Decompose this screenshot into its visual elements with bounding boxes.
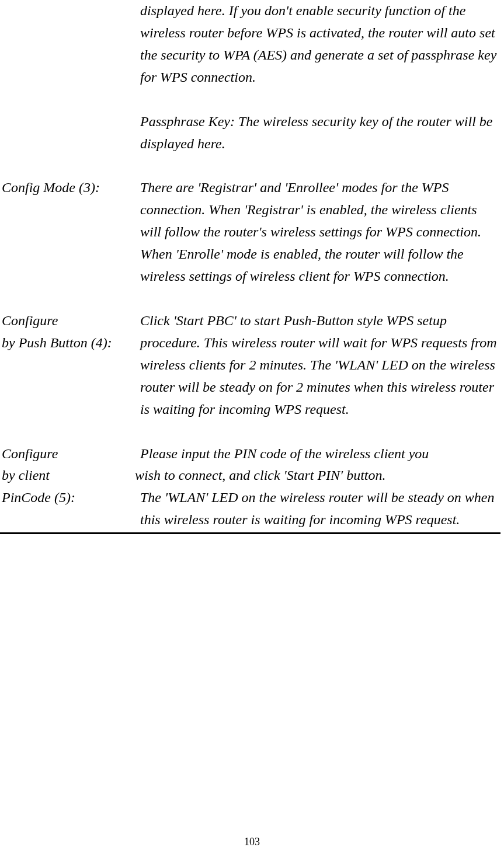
config-mode-label: Config Mode (3): — [2, 180, 100, 195]
horizontal-rule — [0, 532, 500, 534]
configure-push-button-desc: Click 'Start PBC' to start Push-Button s… — [140, 313, 497, 417]
page-number: 103 — [0, 836, 504, 848]
configure-by-client-label-2: by client — [2, 465, 140, 487]
configure-push-button-label-1: Configure — [2, 310, 140, 332]
configure-by-client-desc-1: Please input the PIN code of the wireles… — [140, 443, 500, 465]
section1-desc-part1: displayed here. If you don't enable secu… — [140, 3, 496, 85]
configure-by-client-desc-2: wish to connect, and click 'Start PIN' b… — [135, 465, 500, 487]
configure-by-client-label-3: PinCode (5): — [2, 487, 140, 509]
config-mode-desc: There are 'Registrar' and 'Enrollee' mod… — [140, 180, 481, 284]
section1-desc-part2: Passphrase Key: The wireless security ke… — [140, 114, 492, 151]
configure-push-button-label-2: by Push Button (4): — [2, 332, 140, 354]
configure-by-client-desc-rest: The 'WLAN' LED on the wireless router wi… — [140, 487, 500, 531]
configure-by-client-label-1: Configure — [2, 443, 140, 465]
